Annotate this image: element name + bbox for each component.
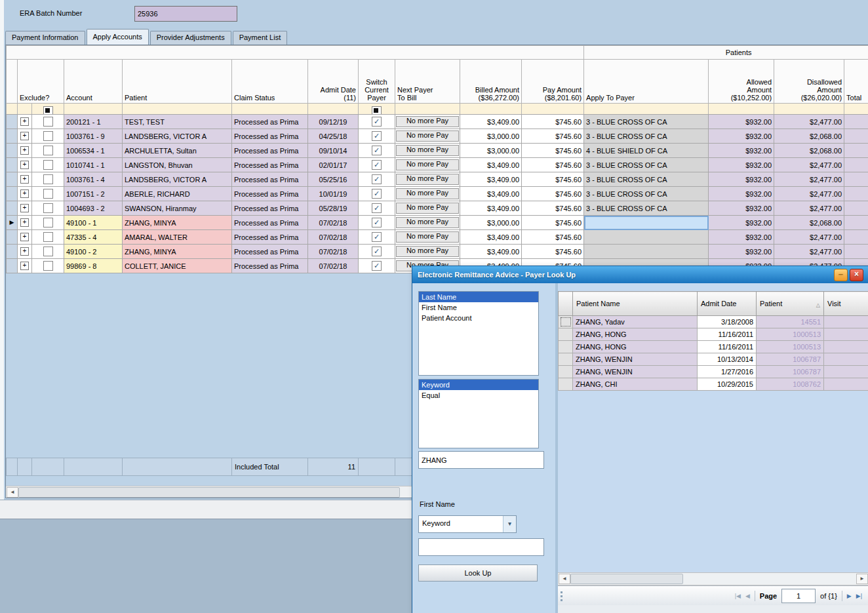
exclude-checkbox[interactable] <box>43 218 53 227</box>
patient-name-cell[interactable]: ZHANG, Yadav <box>573 316 698 328</box>
switch-payer-checkbox[interactable]: ✓ <box>372 174 382 184</box>
switch-payer-checkbox[interactable]: ✓ <box>372 218 382 227</box>
scrollbar-thumb[interactable] <box>570 574 683 584</box>
column-header-next-payer[interactable]: Next Payer To Bill <box>395 60 460 104</box>
column-header-pay[interactable]: Pay Amount ($8,201.60) <box>522 60 584 104</box>
next-payer-cell[interactable]: No more Pay <box>395 230 460 245</box>
column-header-exclude[interactable]: Exclude? <box>18 60 64 104</box>
expand-cell[interactable]: + <box>18 144 32 158</box>
patient-cell[interactable]: ZHANG, MINYA <box>123 245 232 259</box>
switch-payer-cell[interactable]: ✓ <box>359 172 395 187</box>
exclude-checkbox[interactable] <box>43 174 53 184</box>
expand-icon[interactable]: + <box>20 189 29 198</box>
patient-name-cell[interactable]: ZHANG, HONG <box>573 341 698 353</box>
account-cell[interactable]: 1007151 - 2 <box>64 187 123 201</box>
first-name-input[interactable] <box>418 538 544 556</box>
switch-payer-cell[interactable]: ✓ <box>359 201 395 216</box>
expand-cell[interactable]: + <box>18 172 32 187</box>
expand-icon[interactable]: + <box>20 262 29 270</box>
result-row[interactable]: ZHANG, HONG11/16/20111000513 <box>559 341 868 353</box>
exclude-cell[interactable] <box>32 172 64 187</box>
result-row[interactable]: ZHANG, HONG11/16/20111000513 <box>559 328 868 341</box>
operator-option-equal[interactable]: Equal <box>419 390 538 401</box>
next-payer-cell[interactable]: No more Pay <box>395 216 460 230</box>
result-row[interactable]: ZHANG, WENJIN1/27/20161006787 <box>559 366 868 378</box>
next-payer-cell[interactable]: No more Pay <box>395 201 460 216</box>
field-option-first-name[interactable]: First Name <box>419 302 538 313</box>
apply-to-payer-cell[interactable]: 3 - BLUE CROSS OF CA <box>584 115 709 129</box>
expand-cell[interactable]: + <box>18 187 32 201</box>
result-row[interactable]: ZHANG, Yadav3/18/200814551 <box>559 316 868 328</box>
exclude-cell[interactable] <box>32 230 64 245</box>
result-row[interactable]: ZHANG, CHI10/29/20151008762 <box>559 378 868 391</box>
switch-payer-checkbox[interactable]: ✓ <box>372 189 382 199</box>
results-header-patient-name[interactable]: Patient Name <box>573 292 698 316</box>
switch-payer-cell[interactable]: ✓ <box>359 259 395 273</box>
patient-cell[interactable]: SWANSON, Hiranmay <box>123 201 232 216</box>
era-batch-input[interactable] <box>134 6 237 22</box>
expand-icon[interactable]: + <box>20 204 29 212</box>
account-cell[interactable]: 1003761 - 4 <box>64 172 123 187</box>
lookup-button[interactable]: Look Up <box>418 564 538 582</box>
switch-payer-cell[interactable]: ✓ <box>359 216 395 230</box>
last-name-input[interactable] <box>418 451 544 469</box>
apply-to-payer-cell[interactable]: 3 - BLUE CROSS OF CA <box>584 172 709 187</box>
table-row[interactable]: ▶+49100 - 1ZHANG, MINYAProcessed as Prim… <box>7 216 868 230</box>
expand-icon[interactable]: + <box>20 175 29 184</box>
scroll-right-button[interactable]: ► <box>856 574 868 584</box>
exclude-checkbox[interactable] <box>43 131 53 141</box>
switch-payer-checkbox[interactable]: ✓ <box>372 247 382 256</box>
next-payer-cell[interactable]: No more Pay <box>395 158 460 172</box>
table-row[interactable]: +49100 - 2ZHANG, MINYAProcessed as Prima… <box>7 245 868 259</box>
table-row[interactable]: +1003761 - 9LANDSBERG, VICTOR AProcessed… <box>7 129 868 144</box>
account-cell[interactable]: 99869 - 8 <box>64 259 123 273</box>
chevron-down-icon[interactable]: ▾ <box>503 516 516 532</box>
switch-payer-cell[interactable]: ✓ <box>359 115 395 129</box>
resize-grip[interactable] <box>561 591 564 601</box>
tab-payment-information[interactable]: Payment Information <box>5 31 85 45</box>
expand-icon[interactable]: + <box>20 218 29 227</box>
apply-to-payer-cell[interactable] <box>584 245 709 259</box>
switch-payer-cell[interactable]: ✓ <box>359 129 395 144</box>
operator-listbox[interactable]: KeywordEqual <box>418 379 539 448</box>
apply-to-payer-cell[interactable] <box>584 230 709 245</box>
search-field-listbox[interactable]: Last NameFirst NamePatient Account <box>418 291 539 376</box>
next-payer-cell[interactable]: No more Pay <box>395 129 460 144</box>
column-header-allowed[interactable]: Allowed Amount ($10,252.00) <box>709 60 774 104</box>
patient-cell[interactable]: ABERLE, RICHARD <box>123 187 232 201</box>
prev-page-button[interactable]: ◀ <box>745 593 750 599</box>
apply-to-payer-cell[interactable]: 3 - BLUE CROSS OF CA <box>584 187 709 201</box>
patient-cell[interactable]: LANDSBERG, VICTOR A <box>123 129 232 144</box>
account-cell[interactable]: 1003761 - 9 <box>64 129 123 144</box>
next-page-button[interactable]: ▶ <box>847 593 852 599</box>
column-header-apply-to-payer[interactable]: Apply To Payer <box>584 60 709 104</box>
exclude-cell[interactable] <box>32 144 64 158</box>
column-header-patient[interactable]: Patient <box>123 60 232 104</box>
switch-payer-checkbox[interactable]: ✓ <box>372 203 382 213</box>
next-payer-cell[interactable]: No more Pay <box>395 187 460 201</box>
apply-to-payer-cell[interactable]: 3 - BLUE CROSS OF CA <box>584 158 709 172</box>
first-page-button[interactable]: |◀ <box>735 593 741 599</box>
exclude-checkbox[interactable] <box>43 117 53 127</box>
exclude-cell[interactable] <box>32 158 64 172</box>
operator-option-keyword[interactable]: Keyword <box>419 380 538 390</box>
expand-icon[interactable]: + <box>20 161 29 169</box>
table-row[interactable]: +47335 - 4AMARAL, WALTERProcessed as Pri… <box>7 230 868 245</box>
row-selector[interactable] <box>559 353 573 366</box>
expand-cell[interactable]: + <box>18 115 32 129</box>
expand-cell[interactable]: + <box>18 216 32 230</box>
next-payer-cell[interactable]: No more Pay <box>395 144 460 158</box>
patient-cell[interactable]: LANDSBERG, VICTOR A <box>123 172 232 187</box>
patient-name-cell[interactable]: ZHANG, WENJIN <box>573 353 698 366</box>
dialog-titlebar[interactable]: Electronic Remittance Advice - Payer Loo… <box>412 266 868 283</box>
switch-payer-checkbox[interactable]: ✓ <box>372 160 382 170</box>
next-payer-cell[interactable]: No more Pay <box>395 172 460 187</box>
exclude-cell[interactable] <box>32 201 64 216</box>
table-row[interactable]: +1006534 - 1ARCHULETTA, SultanProcessed … <box>7 144 868 158</box>
patient-cell[interactable]: AMARAL, WALTER <box>123 230 232 245</box>
account-cell[interactable]: 1006534 - 1 <box>64 144 123 158</box>
next-payer-cell[interactable]: No more Pay <box>395 115 460 129</box>
account-cell[interactable]: 49100 - 2 <box>64 245 123 259</box>
expand-cell[interactable]: + <box>18 259 32 273</box>
account-cell[interactable]: 200121 - 1 <box>64 115 123 129</box>
